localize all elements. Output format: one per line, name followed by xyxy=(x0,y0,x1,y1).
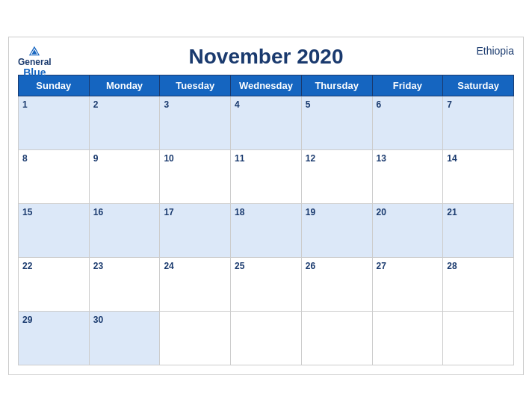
weekday-header-row: Sunday Monday Tuesday Wednesday Thursday… xyxy=(19,75,514,96)
day-number: 5 xyxy=(306,99,368,110)
calendar-day-cell xyxy=(231,311,302,365)
calendar-day-cell xyxy=(301,311,372,365)
calendar-container: General Blue November 2020 Ethiopia Sund… xyxy=(8,37,524,375)
day-number: 29 xyxy=(22,315,85,325)
calendar-day-cell: 27 xyxy=(372,257,443,311)
day-number: 8 xyxy=(22,153,85,164)
day-number: 4 xyxy=(235,99,297,110)
day-number: 30 xyxy=(93,315,156,325)
calendar-day-cell: 19 xyxy=(301,203,372,257)
day-number: 15 xyxy=(22,207,85,217)
day-number: 22 xyxy=(22,261,85,271)
col-monday: Monday xyxy=(89,75,160,96)
calendar-week-row: 1234567 xyxy=(19,96,514,149)
calendar-day-cell: 23 xyxy=(89,257,160,311)
day-number: 7 xyxy=(447,99,510,110)
calendar-day-cell: 16 xyxy=(89,203,160,257)
calendar-day-cell: 8 xyxy=(19,149,90,203)
day-number: 25 xyxy=(235,261,297,271)
day-number: 9 xyxy=(93,153,156,164)
day-number: 12 xyxy=(306,153,368,164)
col-wednesday: Wednesday xyxy=(231,75,302,96)
calendar-header: General Blue November 2020 Ethiopia xyxy=(18,45,514,69)
day-number: 6 xyxy=(377,99,439,110)
day-number: 10 xyxy=(164,153,226,164)
day-number: 26 xyxy=(306,261,368,271)
day-number: 14 xyxy=(447,153,510,164)
day-number: 20 xyxy=(377,207,439,217)
day-number: 27 xyxy=(377,261,439,271)
col-tuesday: Tuesday xyxy=(160,75,231,96)
col-thursday: Thursday xyxy=(301,75,372,96)
col-friday: Friday xyxy=(372,75,443,96)
day-number: 19 xyxy=(306,207,368,217)
calendar-day-cell: 15 xyxy=(19,203,90,257)
calendar-day-cell: 25 xyxy=(231,257,302,311)
country-label: Ethiopia xyxy=(476,45,514,57)
calendar-day-cell: 17 xyxy=(160,203,231,257)
calendar-day-cell: 18 xyxy=(231,203,302,257)
logo-general-text: General xyxy=(18,58,52,67)
day-number: 28 xyxy=(447,261,510,271)
calendar-body: 1234567891011121314151617181920212223242… xyxy=(19,96,514,365)
calendar-day-cell: 9 xyxy=(89,149,160,203)
calendar-day-cell xyxy=(372,311,443,365)
calendar-day-cell: 7 xyxy=(443,96,514,149)
calendar-week-row: 891011121314 xyxy=(19,149,514,203)
day-number: 2 xyxy=(93,99,156,110)
day-number: 23 xyxy=(93,261,156,271)
calendar-day-cell: 10 xyxy=(160,149,231,203)
calendar-day-cell: 21 xyxy=(443,203,514,257)
calendar-day-cell: 2 xyxy=(89,96,160,149)
calendar-day-cell: 11 xyxy=(231,149,302,203)
day-number: 1 xyxy=(22,99,85,110)
calendar-day-cell: 13 xyxy=(372,149,443,203)
day-number: 17 xyxy=(164,207,226,217)
calendar-day-cell xyxy=(443,311,514,365)
day-number: 13 xyxy=(377,153,439,164)
calendar-day-cell xyxy=(160,311,231,365)
calendar-day-cell: 12 xyxy=(301,149,372,203)
calendar-grid: Sunday Monday Tuesday Wednesday Thursday… xyxy=(18,75,514,365)
calendar-day-cell: 4 xyxy=(231,96,302,149)
calendar-day-cell: 5 xyxy=(301,96,372,149)
month-title: November 2020 xyxy=(188,45,343,69)
calendar-day-cell: 14 xyxy=(443,149,514,203)
col-saturday: Saturday xyxy=(443,75,514,96)
calendar-day-cell: 30 xyxy=(89,311,160,365)
logo-area: General Blue xyxy=(18,45,52,79)
calendar-week-row: 22232425262728 xyxy=(19,257,514,311)
calendar-day-cell: 28 xyxy=(443,257,514,311)
calendar-day-cell: 22 xyxy=(19,257,90,311)
calendar-day-cell: 1 xyxy=(19,96,90,149)
day-number: 3 xyxy=(164,99,226,110)
calendar-day-cell: 29 xyxy=(19,311,90,365)
day-number: 24 xyxy=(164,261,226,271)
day-number: 16 xyxy=(93,207,156,217)
day-number: 18 xyxy=(235,207,297,217)
day-number: 21 xyxy=(447,207,510,217)
calendar-day-cell: 24 xyxy=(160,257,231,311)
calendar-day-cell: 3 xyxy=(160,96,231,149)
calendar-week-row: 2930 xyxy=(19,311,514,365)
calendar-day-cell: 6 xyxy=(372,96,443,149)
calendar-week-row: 15161718192021 xyxy=(19,203,514,257)
logo-blue-text: Blue xyxy=(23,67,46,78)
general-blue-icon xyxy=(28,45,41,57)
day-number: 11 xyxy=(235,153,297,164)
calendar-day-cell: 20 xyxy=(372,203,443,257)
calendar-day-cell: 26 xyxy=(301,257,372,311)
